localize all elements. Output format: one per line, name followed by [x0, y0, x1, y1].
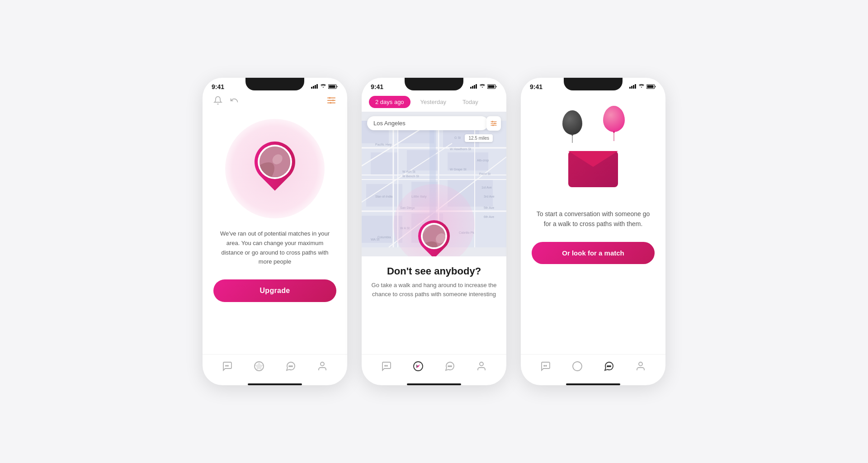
nav-profile-3[interactable] — [634, 360, 647, 373]
map-search-text: Los Angeles — [373, 120, 406, 127]
conversation-description: To start a conversation with someone go … — [532, 209, 655, 229]
svg-point-16 — [227, 365, 228, 366]
status-icons-1 — [311, 84, 338, 90]
svg-point-10 — [332, 99, 334, 101]
nav-compass-2[interactable] — [412, 360, 425, 373]
home-indicator-1 — [248, 383, 302, 385]
svg-text:W Grape St: W Grape St — [450, 168, 467, 171]
map-search-bar[interactable]: Los Angeles — [367, 116, 488, 130]
phone-conversation: 9:41 To start a conversation with someon… — [521, 78, 665, 385]
map-filter-icon[interactable] — [486, 116, 501, 131]
wifi-icon-2 — [479, 84, 486, 90]
svg-point-77 — [494, 123, 495, 124]
battery-icon-3 — [646, 84, 656, 90]
profile-blob-1 — [225, 119, 325, 218]
bell-icon[interactable] — [213, 96, 222, 107]
svg-point-87 — [449, 366, 450, 367]
nav-chat-1[interactable] — [221, 360, 234, 373]
undo-icon[interactable] — [230, 96, 239, 107]
nav-chat-2[interactable] — [380, 360, 393, 373]
svg-point-89 — [480, 362, 483, 366]
upgrade-button[interactable]: Upgrade — [213, 279, 336, 302]
svg-point-11 — [330, 102, 331, 104]
nav-profile-2[interactable] — [475, 360, 488, 373]
nav-profile-1[interactable] — [316, 360, 329, 373]
home-indicator-3 — [566, 383, 620, 385]
svg-point-96 — [544, 365, 545, 366]
svg-point-9 — [329, 97, 331, 99]
no-match-description: We've ran out of potential matches in yo… — [213, 229, 336, 267]
svg-point-22 — [321, 362, 324, 366]
svg-text:5th Ave: 5th Ave — [484, 206, 494, 209]
nav-message-2[interactable] — [443, 360, 456, 373]
svg-rect-90 — [629, 87, 631, 89]
phone-notch — [245, 78, 304, 90]
map-area: Pacific Hwy W Ash St W Bench St San Dieg… — [362, 112, 506, 256]
tab-today[interactable]: Today — [456, 96, 485, 108]
svg-text:WA St: WA St — [371, 238, 379, 241]
nav-compass-3[interactable] — [571, 360, 584, 373]
pin-bubble-1 — [246, 133, 303, 190]
svg-rect-93 — [635, 84, 636, 89]
map-content: 2 days ago Yesterday Today — [362, 92, 506, 354]
svg-rect-0 — [311, 87, 312, 89]
look-for-match-button[interactable]: Or look for a match — [532, 242, 655, 264]
bottom-nav-2 — [362, 354, 506, 382]
tab-2days[interactable]: 2 days ago — [369, 96, 410, 108]
signal-icon-1 — [311, 84, 318, 90]
svg-point-86 — [448, 366, 449, 367]
svg-rect-23 — [470, 87, 472, 89]
svg-rect-28 — [488, 85, 495, 88]
dark-balloon — [562, 110, 582, 135]
distance-badge: 12.5 miles — [465, 134, 493, 142]
svg-rect-25 — [474, 85, 475, 89]
svg-text:G St: G St — [454, 136, 461, 139]
svg-point-98 — [573, 362, 582, 371]
status-time-2: 9:41 — [371, 83, 383, 90]
map-pin-bubble — [412, 214, 457, 256]
nav-message-3[interactable] — [603, 360, 615, 373]
svg-text:W Bench St: W Bench St — [402, 175, 419, 178]
nav-chat-3[interactable] — [539, 360, 552, 373]
svg-rect-26 — [476, 84, 477, 89]
toolbar-1 — [213, 92, 336, 114]
signal-icon-2 — [470, 84, 477, 90]
svg-text:Star-of-India: Star-of-India — [375, 195, 393, 198]
filter-icon[interactable] — [326, 96, 336, 107]
svg-rect-2 — [315, 85, 316, 89]
svg-point-97 — [546, 365, 547, 366]
map-pin-photo — [423, 225, 445, 247]
svg-rect-3 — [316, 84, 318, 89]
svg-point-102 — [639, 362, 642, 366]
svg-point-76 — [492, 121, 493, 122]
svg-point-21 — [292, 366, 292, 367]
svg-text:Alb-crop: Alb-crop — [477, 159, 489, 162]
balloon-illustration — [548, 106, 638, 196]
svg-text:W Hawthorn St: W Hawthorn St — [450, 147, 471, 151]
dont-see-section: Don't see anybody? Go take a walk and ha… — [362, 256, 506, 306]
bottom-nav-1 — [203, 354, 347, 382]
phone-notch-3 — [564, 78, 623, 90]
svg-point-19 — [289, 366, 290, 367]
nav-compass-1[interactable] — [253, 360, 265, 373]
nav-message-1[interactable] — [284, 360, 297, 373]
svg-point-88 — [451, 366, 452, 367]
svg-point-82 — [387, 365, 387, 366]
dont-see-text: Go take a walk and hang around to increa… — [371, 281, 497, 298]
toolbar-left — [213, 96, 239, 107]
wifi-icon-1 — [320, 84, 326, 90]
tab-yesterday[interactable]: Yesterday — [414, 96, 453, 108]
svg-point-81 — [385, 365, 386, 366]
svg-point-15 — [226, 365, 226, 366]
pink-balloon — [603, 106, 625, 132]
svg-text:Front St: Front St — [479, 172, 491, 175]
svg-rect-1 — [313, 86, 314, 89]
svg-point-99 — [607, 366, 608, 367]
svg-rect-5 — [329, 85, 335, 88]
wifi-icon-3 — [638, 84, 645, 90]
svg-rect-24 — [472, 86, 473, 89]
svg-text:3rd Ave: 3rd Ave — [484, 195, 495, 198]
status-time-1: 9:41 — [212, 83, 224, 90]
signal-icon-3 — [629, 84, 637, 90]
status-icons-2 — [470, 84, 497, 90]
